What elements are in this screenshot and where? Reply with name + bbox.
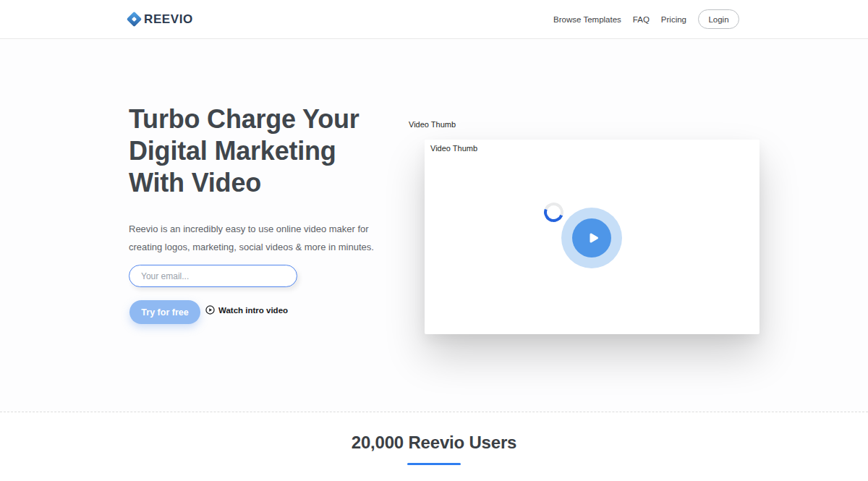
- logo-text: REEVIO: [144, 12, 193, 27]
- header-inner: REEVIO Browse Templates FAQ Pricing Logi…: [129, 0, 739, 38]
- users-heading: 20,000 Reevio Users: [0, 433, 868, 453]
- users-heading-underline: [407, 463, 461, 465]
- try-for-free-button[interactable]: Try for free: [129, 300, 200, 324]
- hero-heading: Turbo Charge Your Digital Marketing With…: [129, 103, 359, 199]
- nav-pricing[interactable]: Pricing: [661, 15, 686, 24]
- users-section: 20,000 Reevio Users: [0, 412, 868, 481]
- watch-intro-video-label: Watch intro video: [218, 306, 288, 315]
- circle-play-icon: [205, 305, 215, 315]
- hero-section: Turbo Charge Your Digital Marketing With…: [0, 39, 868, 412]
- video-play-button[interactable]: [561, 208, 622, 268]
- hero-description-line-2: creating logos, marketing, social videos…: [129, 238, 374, 256]
- email-input[interactable]: [129, 265, 297, 287]
- logo-diamond-hole: [132, 17, 137, 22]
- logo-diamond-icon: [127, 12, 142, 27]
- loading-spinner-icon: [541, 200, 567, 226]
- logo[interactable]: REEVIO: [129, 12, 193, 27]
- video-thumbnail-card[interactable]: Video Thumb: [425, 140, 760, 334]
- hero-heading-line-2: Digital Marketing: [129, 135, 359, 167]
- header: REEVIO Browse Templates FAQ Pricing Logi…: [0, 0, 868, 39]
- play-icon: [583, 230, 601, 246]
- login-button[interactable]: Login: [698, 9, 739, 29]
- hero-heading-line-1: Turbo Charge Your: [129, 103, 359, 135]
- hero-heading-line-3: With Video: [129, 167, 359, 199]
- page: REEVIO Browse Templates FAQ Pricing Logi…: [0, 0, 868, 481]
- watch-intro-video-link[interactable]: Watch intro video: [205, 305, 288, 315]
- video-thumb-alt-text-inner: Video Thumb: [430, 144, 477, 153]
- hero-description-line-1: Reevio is an incredibly easy to use onli…: [129, 220, 374, 238]
- video-thumb-alt-text-outer: Video Thumb: [409, 120, 456, 129]
- video-play-button-inner: [572, 218, 611, 257]
- hero-description: Reevio is an incredibly easy to use onli…: [129, 220, 374, 256]
- nav-faq[interactable]: FAQ: [633, 15, 650, 24]
- nav-browse-templates[interactable]: Browse Templates: [553, 15, 621, 24]
- main-nav: Browse Templates FAQ Pricing Login: [553, 9, 739, 29]
